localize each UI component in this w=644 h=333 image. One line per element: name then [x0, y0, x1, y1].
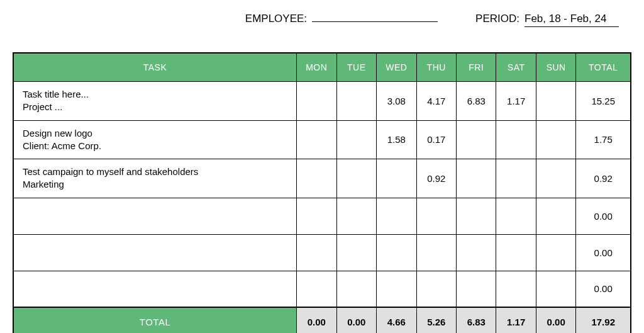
- day-cell[interactable]: [377, 159, 416, 198]
- col-sun: SUN: [536, 53, 575, 82]
- day-cell[interactable]: 0.92: [416, 159, 456, 198]
- day-cell[interactable]: [297, 120, 336, 159]
- day-cell[interactable]: [377, 271, 416, 307]
- task-title: Test campaign to myself and stakeholders: [23, 166, 287, 178]
- table-row: Design new logoClient: Acme Corp.1.580.1…: [13, 120, 631, 159]
- footer-sat: 1.17: [496, 307, 536, 333]
- col-fri: FRI: [456, 53, 496, 82]
- col-wed: WED: [377, 53, 416, 82]
- task-cell[interactable]: [13, 234, 297, 271]
- day-cell[interactable]: 3.08: [377, 82, 416, 121]
- row-total: 15.25: [576, 82, 631, 121]
- row-total: 0.92: [576, 159, 631, 198]
- day-cell[interactable]: [336, 159, 376, 198]
- task-cell[interactable]: Task title here...Project ...: [13, 82, 297, 121]
- footer-total: 17.92: [576, 307, 631, 333]
- day-cell[interactable]: [496, 198, 536, 234]
- day-cell[interactable]: [297, 198, 336, 234]
- col-mon: MON: [297, 53, 336, 82]
- day-cell[interactable]: [536, 82, 575, 121]
- footer-thu: 5.26: [416, 307, 456, 333]
- employee-value[interactable]: [312, 20, 438, 22]
- task-subtitle: Client: Acme Corp.: [23, 140, 287, 152]
- day-cell[interactable]: [456, 234, 496, 271]
- timesheet-table: TASK MON TUE WED THU FRI SAT SUN TOTAL T…: [13, 52, 631, 333]
- day-cell[interactable]: 1.17: [496, 82, 536, 121]
- footer-sun: 0.00: [536, 307, 575, 333]
- day-cell[interactable]: [536, 271, 575, 307]
- day-cell[interactable]: [416, 234, 456, 271]
- day-cell[interactable]: [496, 234, 536, 271]
- employee-label: EMPLOYEE:: [245, 13, 307, 25]
- period-label: PERIOD:: [475, 13, 519, 25]
- day-cell[interactable]: [336, 198, 376, 234]
- day-cell[interactable]: [536, 198, 575, 234]
- footer-label: TOTAL: [13, 307, 297, 333]
- day-cell[interactable]: [336, 82, 376, 121]
- day-cell[interactable]: 1.58: [377, 120, 416, 159]
- task-title: Task title here...: [23, 88, 287, 101]
- row-total: 0.00: [576, 271, 631, 307]
- col-sat: SAT: [496, 53, 536, 82]
- task-title: Design new logo: [23, 127, 287, 140]
- col-task: TASK: [13, 53, 297, 82]
- table-header-row: TASK MON TUE WED THU FRI SAT SUN TOTAL: [13, 53, 631, 82]
- day-cell[interactable]: [297, 159, 336, 198]
- day-cell[interactable]: [416, 271, 456, 307]
- day-cell[interactable]: [496, 271, 536, 307]
- task-subtitle: Marketing: [23, 178, 287, 191]
- day-cell[interactable]: [456, 120, 496, 159]
- table-row: 0.00: [13, 234, 631, 271]
- col-thu: THU: [416, 53, 456, 82]
- period-value[interactable]: Feb, 18 - Feb, 24: [525, 13, 619, 27]
- col-tue: TUE: [336, 53, 376, 82]
- day-cell[interactable]: [536, 120, 575, 159]
- day-cell[interactable]: 6.83: [456, 82, 496, 121]
- day-cell[interactable]: [536, 159, 575, 198]
- day-cell[interactable]: [336, 234, 376, 271]
- table-footer-row: TOTAL 0.00 0.00 4.66 5.26 6.83 1.17 0.00…: [13, 307, 631, 333]
- row-total: 0.00: [576, 234, 631, 271]
- row-total: 1.75: [576, 120, 631, 159]
- task-cell[interactable]: [13, 271, 297, 307]
- day-cell[interactable]: [336, 120, 376, 159]
- day-cell[interactable]: [377, 234, 416, 271]
- period-field: PERIOD: Feb, 18 - Feb, 24: [475, 13, 619, 27]
- table-row: Test campaign to myself and stakeholders…: [13, 159, 631, 198]
- day-cell[interactable]: [377, 198, 416, 234]
- row-total: 0.00: [576, 198, 631, 234]
- table-row: 0.00: [13, 271, 631, 307]
- table-row: 0.00: [13, 198, 631, 234]
- header-row: EMPLOYEE: PERIOD: Feb, 18 - Feb, 24: [13, 13, 631, 27]
- day-cell[interactable]: [496, 120, 536, 159]
- day-cell[interactable]: [336, 271, 376, 307]
- task-cell[interactable]: Test campaign to myself and stakeholders…: [13, 159, 297, 198]
- day-cell[interactable]: [297, 82, 336, 121]
- day-cell[interactable]: [297, 271, 336, 307]
- footer-wed: 4.66: [377, 307, 416, 333]
- task-cell[interactable]: Design new logoClient: Acme Corp.: [13, 120, 297, 159]
- col-total: TOTAL: [576, 53, 631, 82]
- day-cell[interactable]: 4.17: [416, 82, 456, 121]
- day-cell[interactable]: 0.17: [416, 120, 456, 159]
- footer-mon: 0.00: [297, 307, 336, 333]
- task-subtitle: Project ...: [23, 101, 287, 113]
- employee-field: EMPLOYEE:: [245, 13, 438, 27]
- day-cell[interactable]: [456, 159, 496, 198]
- day-cell[interactable]: [416, 198, 456, 234]
- day-cell[interactable]: [297, 234, 336, 271]
- day-cell[interactable]: [456, 198, 496, 234]
- footer-tue: 0.00: [336, 307, 376, 333]
- task-cell[interactable]: [13, 198, 297, 234]
- day-cell[interactable]: [456, 271, 496, 307]
- footer-fri: 6.83: [456, 307, 496, 333]
- day-cell[interactable]: [496, 159, 536, 198]
- day-cell[interactable]: [536, 234, 575, 271]
- table-row: Task title here...Project ...3.084.176.8…: [13, 82, 631, 121]
